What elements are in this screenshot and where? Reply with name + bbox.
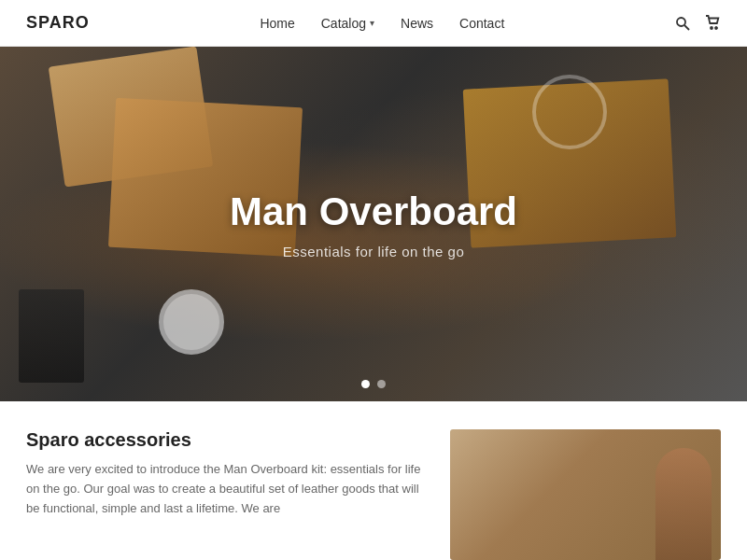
below-hero-section: Sparo accessories We are very excited to…: [0, 401, 747, 560]
nav-catalog[interactable]: Catalog ▾: [321, 16, 374, 31]
accessories-text: Sparo accessories We are very excited to…: [26, 429, 422, 541]
svg-point-0: [677, 18, 685, 26]
hero-section: Man Overboard Essentials for life on the…: [0, 47, 747, 401]
svg-point-3: [715, 27, 717, 29]
accessories-image: [450, 429, 721, 560]
search-icon: [675, 16, 690, 31]
hero-content: Man Overboard Essentials for life on the…: [230, 189, 517, 259]
hero-watch: [159, 289, 224, 355]
cart-button[interactable]: [705, 15, 721, 31]
hero-cable: [532, 75, 607, 149]
site-header: SPARO Home Catalog ▾ News Contact: [0, 0, 747, 47]
nav-contact[interactable]: Contact: [459, 16, 504, 31]
chevron-down-icon: ▾: [370, 18, 374, 28]
hero-dot-2[interactable]: [377, 380, 386, 388]
hero-dot-1[interactable]: [361, 380, 370, 388]
nav-home[interactable]: Home: [260, 16, 294, 31]
hero-subtitle: Essentials for life on the go: [230, 244, 517, 259]
hero-title: Man Overboard: [230, 189, 517, 234]
hero-deco-4: [19, 289, 84, 383]
accessories-body: We are very excited to introduce the Man…: [26, 460, 422, 518]
header-icons: [675, 15, 721, 31]
accessories-title: Sparo accessories: [26, 429, 422, 451]
main-nav: Home Catalog ▾ News Contact: [260, 16, 504, 31]
nav-news[interactable]: News: [401, 16, 433, 31]
svg-line-1: [684, 25, 689, 30]
hero-dots: [361, 380, 386, 388]
cart-icon: [705, 15, 721, 31]
person-silhouette: [655, 448, 712, 560]
search-button[interactable]: [675, 16, 690, 31]
svg-point-2: [711, 27, 712, 29]
site-logo: SPARO: [26, 13, 90, 33]
